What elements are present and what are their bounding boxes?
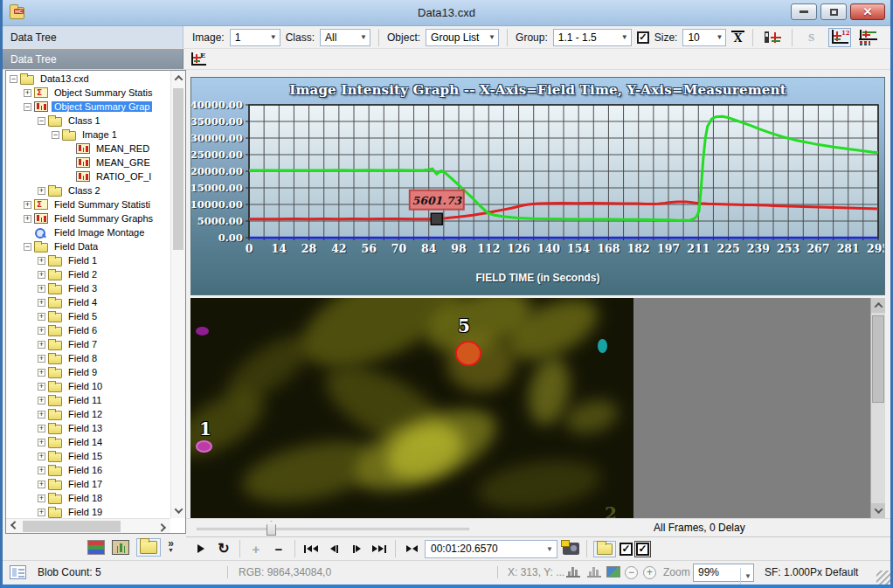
- expand-icon[interactable]: +: [38, 411, 45, 419]
- histogram-lut-icon[interactable]: [587, 566, 601, 578]
- scrollbar-thumb[interactable]: [173, 88, 183, 250]
- expand-icon[interactable]: +: [38, 369, 45, 377]
- goto-time-button[interactable]: [402, 539, 421, 558]
- close-button[interactable]: ✕: [850, 3, 885, 20]
- frame-slider-track[interactable]: [197, 528, 469, 530]
- scroll-down-button[interactable]: [171, 503, 186, 518]
- tree-item[interactable]: +Field 13: [6, 421, 170, 435]
- expand-icon[interactable]: +: [24, 89, 31, 97]
- expand-icon[interactable]: +: [38, 439, 45, 446]
- scroll-right-button[interactable]: [156, 519, 170, 534]
- expand-icon[interactable]: +: [38, 397, 45, 405]
- next-frame-button[interactable]: [347, 539, 366, 558]
- collapse-icon[interactable]: −: [24, 103, 31, 111]
- collapse-icon[interactable]: −: [24, 243, 31, 251]
- tree-item[interactable]: +Field 5: [6, 309, 170, 323]
- tree-item[interactable]: −Image 1: [6, 128, 170, 142]
- expand-icon[interactable]: +: [38, 187, 45, 195]
- tree-item[interactable]: +Field 6: [6, 323, 170, 337]
- scroll-up-button[interactable]: [871, 298, 886, 313]
- expand-icon[interactable]: +: [38, 313, 45, 321]
- resize-grip[interactable]: [876, 571, 890, 585]
- expand-icon[interactable]: +: [24, 215, 31, 223]
- expand-icon[interactable]: +: [38, 299, 45, 307]
- tree-item[interactable]: +Field 15: [6, 449, 170, 463]
- tree-item[interactable]: +Object Summary Statis: [6, 86, 170, 100]
- first-frame-button[interactable]: [301, 539, 321, 558]
- tree-item[interactable]: +Field 1: [6, 253, 170, 267]
- group-select[interactable]: 1.1 - 1.5▼: [553, 29, 632, 46]
- toolbar-overflow-button[interactable]: »▼: [168, 540, 174, 554]
- tree-item[interactable]: +Field 4: [6, 295, 170, 309]
- image-vertical-scrollbar[interactable]: [870, 298, 885, 518]
- tree-item[interactable]: −Object Summary Grap: [6, 100, 170, 114]
- expand-icon[interactable]: +: [38, 341, 45, 349]
- expand-icon[interactable]: +: [38, 425, 45, 432]
- tree-item[interactable]: +Field 3: [6, 281, 170, 295]
- zoom-in-button[interactable]: +: [643, 566, 656, 579]
- blob-marker[interactable]: [455, 341, 481, 366]
- last-frame-button[interactable]: [370, 539, 389, 558]
- zoom-out-button[interactable]: −: [625, 566, 638, 579]
- scrollbar-thumb[interactable]: [872, 315, 884, 403]
- tree-item[interactable]: −Class 1: [6, 114, 170, 128]
- fluorescence-image[interactable]: 512: [190, 298, 633, 518]
- tree-item[interactable]: +Class 2: [6, 183, 170, 197]
- expand-icon[interactable]: +: [38, 327, 45, 335]
- tree-item[interactable]: +Field 19: [6, 505, 170, 518]
- title-bar[interactable]: Data13.cxd ✕: [3, 0, 890, 26]
- size-checkbox[interactable]: ✓: [637, 31, 649, 44]
- tree-item[interactable]: +Field 18: [6, 491, 170, 505]
- time-select[interactable]: 00:01:20.6570▼: [425, 540, 557, 558]
- previous-frame-button[interactable]: [324, 539, 343, 558]
- tree-item[interactable]: +Field 2: [6, 267, 170, 281]
- tree-item[interactable]: Field Image Montage: [6, 225, 170, 239]
- zoom-select[interactable]: 99%▼: [693, 564, 754, 582]
- blob-marker[interactable]: [196, 440, 212, 453]
- blob-marker[interactable]: [196, 327, 209, 336]
- expand-icon[interactable]: +: [38, 257, 45, 265]
- intensity-graph-panel[interactable]: Image Intensity Graph -- X-Axis=Field Ti…: [190, 77, 885, 295]
- tree-item[interactable]: MEAN_RED: [6, 142, 170, 156]
- tree-item[interactable]: RATIO_OF_I: [6, 169, 170, 183]
- size-select[interactable]: 10▼: [682, 29, 726, 46]
- minimize-button[interactable]: [791, 3, 817, 20]
- collapse-icon[interactable]: −: [52, 131, 59, 139]
- tree-item[interactable]: +Field Summary Graphs: [6, 211, 170, 225]
- tree-item[interactable]: +Field 12: [6, 407, 170, 421]
- play-button[interactable]: [191, 539, 211, 558]
- expand-icon[interactable]: +: [38, 285, 45, 293]
- restore-button[interactable]: [820, 3, 847, 20]
- tree-horizontal-scrollbar[interactable]: [6, 518, 170, 533]
- graph-export-button[interactable]: E: [187, 50, 210, 69]
- expand-icon[interactable]: +: [24, 201, 31, 209]
- blob-marker[interactable]: [598, 339, 607, 353]
- graph-type-button[interactable]: 12: [828, 28, 851, 47]
- object-select[interactable]: Group List▼: [426, 29, 499, 46]
- loop-button[interactable]: ↻: [214, 539, 233, 558]
- tree-item[interactable]: −Data13.cxd: [6, 72, 170, 86]
- tree-item[interactable]: +Field 17: [6, 477, 170, 491]
- tree-item[interactable]: +Field 10: [6, 379, 170, 393]
- intensity-chart[interactable]: 0.000.005000.005000.0010000.0010000.0015…: [191, 100, 885, 268]
- tree-item[interactable]: +Field 16: [6, 463, 170, 477]
- overlay-checkbox[interactable]: ✓: [620, 543, 633, 556]
- graph-scale-button[interactable]: [761, 28, 784, 47]
- folder-view-button[interactable]: [136, 538, 161, 557]
- image-select[interactable]: 1▼: [230, 29, 280, 46]
- scroll-left-button[interactable]: [6, 519, 21, 534]
- tree-item[interactable]: +Field 8: [6, 351, 170, 365]
- expand-icon[interactable]: +: [38, 271, 45, 279]
- tree-item[interactable]: +Field 9: [6, 365, 170, 379]
- class-select[interactable]: All▼: [320, 29, 370, 46]
- scroll-up-button[interactable]: [171, 71, 186, 86]
- tree-item[interactable]: +Field 7: [6, 337, 170, 351]
- tree-item[interactable]: +Field 14: [6, 435, 170, 449]
- labels-checkbox[interactable]: ✓: [636, 543, 649, 556]
- capture-movie-button[interactable]: [561, 539, 580, 558]
- expand-icon[interactable]: +: [38, 481, 45, 488]
- tree-item[interactable]: +Field Summary Statisti: [6, 197, 170, 211]
- statistics-button-disabled[interactable]: S: [800, 28, 823, 47]
- scroll-down-button[interactable]: [871, 503, 886, 518]
- expand-icon[interactable]: +: [38, 453, 45, 460]
